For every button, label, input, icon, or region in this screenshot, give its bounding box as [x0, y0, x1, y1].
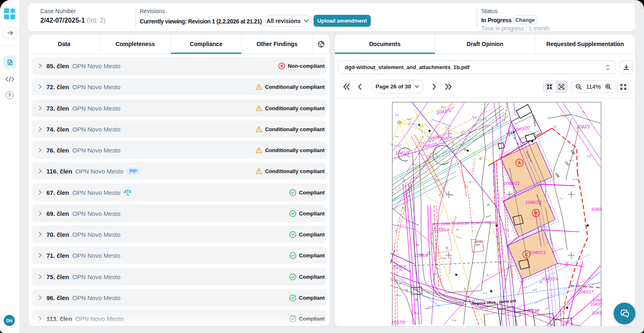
svg-text:v v: v v [395, 135, 399, 138]
svg-text:1284/8: 1284/8 [414, 253, 429, 258]
svg-text:99: 99 [554, 125, 556, 128]
svg-text:1040/14: 1040/14 [590, 302, 602, 307]
svg-text:v v: v v [421, 141, 424, 144]
svg-text:1038/3: 1038/3 [392, 264, 406, 269]
svg-text:v v: v v [483, 292, 487, 294]
svg-text:10: 10 [500, 155, 502, 158]
svg-text:otok: otok [476, 243, 480, 246]
svg-text:1040/26: 1040/26 [591, 207, 602, 212]
svg-text:1042/1: 1042/1 [576, 124, 590, 129]
svg-text:v v: v v [450, 194, 454, 196]
svg-text:1040/24: 1040/24 [542, 276, 558, 281]
svg-text:1039/6: 1039/6 [433, 227, 446, 232]
svg-text:1041/3: 1041/3 [395, 150, 410, 155]
svg-text:1040/12: 1040/12 [474, 305, 489, 310]
svg-text:1040/17: 1040/17 [579, 290, 594, 294]
svg-text:10: 10 [507, 244, 509, 246]
svg-text:mf. km: mf. km [573, 178, 578, 180]
svg-text:v v: v v [395, 113, 399, 116]
svg-text:10: 10 [503, 200, 505, 202]
svg-text:v v: v v [398, 144, 402, 146]
svg-text:ekoloski: ekoloski [475, 240, 482, 243]
svg-text:1040/15: 1040/15 [592, 311, 602, 315]
svg-text:v v: v v [415, 312, 418, 314]
svg-text:asf.: asf. [395, 229, 398, 232]
svg-text:C: C [525, 252, 528, 257]
svg-text:98.1: 98.1 [469, 180, 473, 183]
svg-text:1040/21: 1040/21 [503, 181, 520, 186]
svg-text:B: B [534, 210, 538, 215]
svg-text:98.75: 98.75 [569, 160, 574, 162]
svg-text:1037/9: 1037/9 [391, 320, 405, 325]
svg-text:A: A [518, 160, 521, 165]
svg-text:1033/2: 1033/2 [527, 309, 540, 313]
svg-text:1040/23: 1040/23 [529, 250, 546, 255]
svg-text:v v: v v [456, 228, 459, 231]
